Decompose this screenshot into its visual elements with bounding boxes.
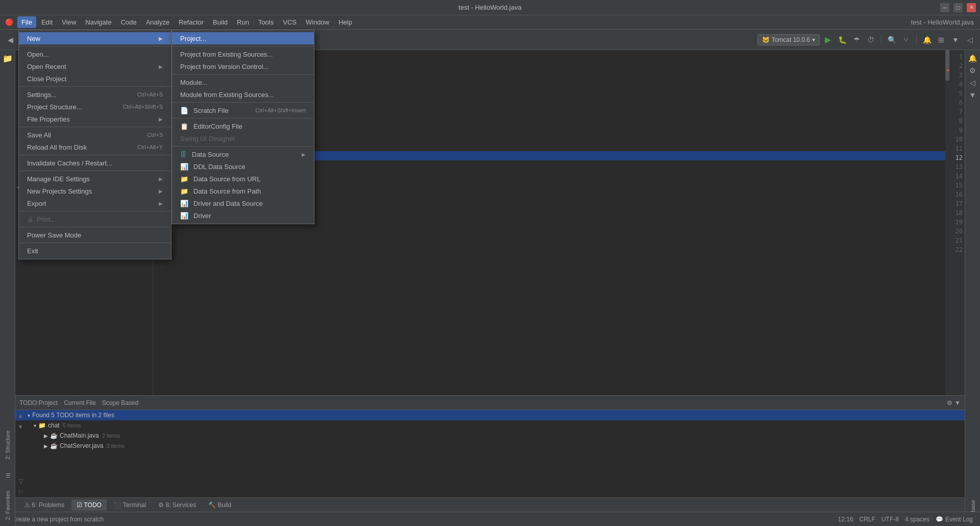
scrollbar-thumb[interactable] xyxy=(945,50,949,81)
project-vcs-item[interactable]: Project from Version Control... xyxy=(172,60,314,73)
search-button[interactable]: 🔍 xyxy=(886,34,898,46)
todo-summary-item[interactable]: ▾ Found 5 TODO items in 2 files xyxy=(15,410,965,420)
services-tab[interactable]: ⚙ 8: Services xyxy=(153,499,201,511)
module-item[interactable]: Module... xyxy=(172,76,314,88)
project-view-icon[interactable]: 📁 xyxy=(2,52,14,64)
manage-ide-item[interactable]: Manage IDE Settings ▶ xyxy=(19,173,171,185)
menu-build[interactable]: Build xyxy=(209,16,232,28)
menu-tools[interactable]: Tools xyxy=(254,16,278,28)
event-log-indicator[interactable]: 💬 Event Log xyxy=(933,516,976,523)
notifications-side-icon[interactable]: 🔔 xyxy=(967,52,979,64)
menu-refactor[interactable]: Refactor xyxy=(175,16,208,28)
back-button[interactable]: ◀ xyxy=(4,34,16,46)
menu-run[interactable]: Run xyxy=(233,16,253,28)
current-file-tab[interactable]: Current File xyxy=(64,399,96,407)
datasource-item[interactable]: 🗄 Data Source ▶ xyxy=(172,148,314,160)
chatmain-item[interactable]: ▶ ☕ ChatMain.java 2 items xyxy=(15,431,965,441)
collapse-button[interactable]: ◁ xyxy=(964,34,976,46)
ds-url-label: Data Source from URL xyxy=(193,175,261,183)
file-close-project-item[interactable]: Close Project xyxy=(19,73,171,85)
menu-edit[interactable]: Edit xyxy=(37,16,57,28)
scratch-file-item[interactable]: 📄 Scratch File Ctrl+Alt+Shift+Insert xyxy=(172,104,314,116)
power-save-item[interactable]: Power Save Mode xyxy=(19,229,171,241)
todo-tab[interactable]: ☑ TODO xyxy=(71,499,107,511)
file-properties-item[interactable]: File Properties ▶ xyxy=(19,113,171,125)
chat-group-item[interactable]: ▾ 📁 chat 5 items xyxy=(15,420,965,431)
git-button[interactable]: ⑂ xyxy=(900,34,912,46)
notifications-button[interactable]: 🔔 xyxy=(921,34,933,46)
project-tab[interactable]: Project xyxy=(39,399,58,407)
scroll-up-icon[interactable]: ▲ xyxy=(17,412,23,419)
save-all-item[interactable]: Save All Ctrl+S xyxy=(19,129,171,141)
new-projects-item[interactable]: New Projects Settings ▶ xyxy=(19,185,171,197)
project-item[interactable]: Project... xyxy=(172,32,314,44)
run-configuration-dropdown[interactable]: 🐱 Tomcat 10.0.6 ▾ xyxy=(757,34,820,45)
exit-item[interactable]: Exit xyxy=(19,245,171,257)
close-button[interactable]: ✕ xyxy=(967,3,976,12)
swing-item[interactable]: Swing UI Designer xyxy=(172,132,314,145)
maximize-button[interactable]: □ xyxy=(953,3,963,12)
todo-minimize-icon[interactable]: ▼ xyxy=(954,399,961,407)
print-item[interactable]: 🖨 Print... xyxy=(19,213,171,225)
scroll-down-icon[interactable]: ▼ xyxy=(17,423,23,431)
editorconfig-label: EditorConfig File xyxy=(193,123,242,130)
menu-bar: 🔴 File Edit View Navigate Code Analyze R… xyxy=(0,15,980,30)
driver-item[interactable]: 📊 Driver xyxy=(172,209,314,222)
reload-item[interactable]: Reload All from Disk Ctrl+Alt+Y xyxy=(19,141,171,153)
menu-code[interactable]: Code xyxy=(117,16,141,28)
expand-button[interactable]: ⊞ xyxy=(935,34,947,46)
line-22: 22 xyxy=(955,245,963,254)
charset-indicator[interactable]: UTF-8 xyxy=(878,516,902,523)
module-existing-item[interactable]: Module from Existing Sources... xyxy=(172,88,314,101)
menu-analyze[interactable]: Analyze xyxy=(142,16,174,28)
profile-button[interactable]: ⏱ xyxy=(865,34,877,46)
power-save-label: Power Save Mode xyxy=(27,231,81,239)
export-item[interactable]: Export ▶ xyxy=(19,197,171,209)
ddl-datasource-item[interactable]: 📊 DDL Data Source xyxy=(172,160,314,173)
invalidate-item[interactable]: Invalidate Caches / Restart... xyxy=(19,157,171,169)
terminal-label: Terminal xyxy=(123,501,146,509)
favorites-icon[interactable]: 2: Favorites xyxy=(4,489,12,522)
file-project-structure-item[interactable]: Project Structure... Ctrl+Alt+Shift+S xyxy=(19,101,171,113)
menu-vcs[interactable]: VCS xyxy=(279,16,301,28)
chatserver-item[interactable]: ▶ ☕ ChatServer.java 3 items xyxy=(15,441,965,451)
indent-indicator[interactable]: 4 spaces xyxy=(902,516,933,523)
menu-view[interactable]: View xyxy=(58,16,80,28)
file-new-item[interactable]: New ▶ xyxy=(19,32,171,44)
bookmarks-icon[interactable]: ☰ xyxy=(3,470,12,481)
file-open-item[interactable]: Open... xyxy=(19,48,171,60)
filter-icon[interactable]: ▽ xyxy=(18,477,23,485)
indent-text: 4 spaces xyxy=(905,516,929,523)
scope-based-tab[interactable]: Scope Based xyxy=(102,399,138,407)
line-17: 17 xyxy=(955,199,963,208)
structure-icon[interactable]: 2: Structure xyxy=(4,428,12,462)
minimize-icon[interactable]: ▼ xyxy=(967,89,979,101)
todo-settings-icon[interactable]: ⚙ xyxy=(947,399,952,407)
build-tab[interactable]: 🔨 Build xyxy=(203,499,236,511)
terminal-tab[interactable]: ⬛ Terminal xyxy=(109,499,151,511)
editorconfig-item[interactable]: 📋 EditorConfig File xyxy=(172,120,314,132)
line-col-indicator[interactable]: 12:16 xyxy=(835,516,856,523)
menu-help[interactable]: Help xyxy=(334,16,356,28)
datasource-path-item[interactable]: 📁 Data Source from Path xyxy=(172,185,314,197)
minimize-button[interactable]: ─ xyxy=(940,3,949,12)
minimize-panel-button[interactable]: ▼ xyxy=(949,34,962,46)
problems-tab[interactable]: ⚠ 6: Problems xyxy=(19,499,69,511)
collapse-right-icon[interactable]: ◁ xyxy=(967,77,979,89)
datasource-url-item[interactable]: 📁 Data Source from URL xyxy=(172,173,314,185)
bookmark-todo-icon[interactable]: ⚐ xyxy=(18,489,23,496)
run-button[interactable]: ▶ xyxy=(822,34,834,46)
intellij-logo[interactable]: 🔴 xyxy=(2,17,16,27)
settings-side-icon[interactable]: ⚙ xyxy=(967,64,979,77)
file-settings-item[interactable]: Settings... Ctrl+Alt+S xyxy=(19,88,171,101)
datasource-icon: 🗄 xyxy=(180,151,187,158)
menu-file[interactable]: File xyxy=(17,16,36,28)
menu-window[interactable]: Window xyxy=(302,16,333,28)
menu-navigate[interactable]: Navigate xyxy=(81,16,115,28)
project-existing-item[interactable]: Project from Existing Sources... xyxy=(172,48,314,60)
driver-datasource-item[interactable]: 📊 Driver and Data Source xyxy=(172,197,314,209)
coverage-button[interactable]: ☂ xyxy=(850,34,863,46)
line-ending-indicator[interactable]: CRLF xyxy=(856,516,878,523)
file-open-recent-item[interactable]: Open Recent ▶ xyxy=(19,60,171,73)
debug-button[interactable]: 🐛 xyxy=(836,34,848,46)
